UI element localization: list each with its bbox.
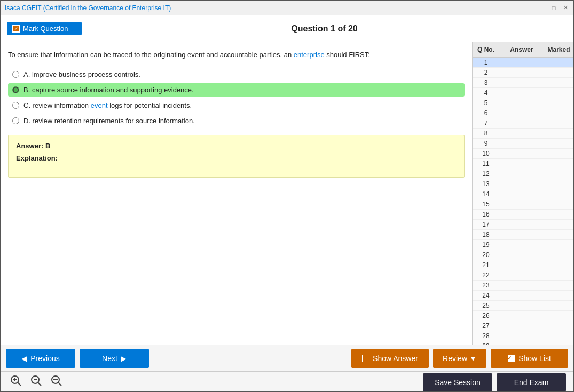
side-cell-qno-10: 10 (473, 149, 499, 158)
side-cell-marked-5 (544, 98, 573, 108)
side-cell-marked-21 (544, 260, 573, 270)
review-label: Review (443, 354, 467, 363)
side-row-8[interactable]: 8 (473, 129, 573, 139)
zoom-reset-button[interactable] (28, 374, 44, 390)
main-area: To ensure that information can be traced… (1, 42, 573, 345)
side-row-25[interactable]: 25 (473, 301, 573, 311)
option-d-row[interactable]: D. review retention requirements for sou… (8, 114, 465, 127)
side-cell-qno-20: 20 (473, 250, 499, 260)
option-d-radio[interactable] (12, 117, 19, 124)
side-row-9[interactable]: 9 (473, 139, 573, 149)
side-row-22[interactable]: 22 (473, 270, 573, 281)
side-cell-marked-18 (544, 230, 573, 239)
side-cell-marked-1 (544, 58, 573, 67)
side-row-2[interactable]: 2 (473, 68, 573, 78)
option-c-row[interactable]: C. review information event logs for pot… (8, 99, 465, 112)
option-c-radio[interactable] (12, 102, 19, 109)
side-cell-answer-9 (499, 139, 544, 148)
side-cell-marked-27 (544, 321, 573, 331)
side-cell-marked-7 (544, 118, 573, 128)
next-chevron-icon: ▶ (121, 354, 127, 363)
side-cell-qno-4: 4 (473, 88, 499, 98)
zoom-out-button[interactable] (49, 374, 65, 390)
question-text: To ensure that information can be traced… (8, 50, 465, 60)
side-row-12[interactable]: 12 (473, 169, 573, 179)
review-dropdown-icon: ▼ (469, 354, 477, 363)
side-cell-answer-15 (499, 199, 544, 209)
side-cell-answer-28 (499, 331, 544, 341)
side-cell-qno-7: 7 (473, 118, 499, 128)
side-cell-qno-13: 13 (473, 179, 499, 189)
side-cell-marked-23 (544, 281, 573, 290)
side-cell-answer-17 (499, 220, 544, 229)
show-answer-button[interactable]: Show Answer (351, 349, 429, 368)
side-row-17[interactable]: 17 (473, 220, 573, 230)
option-a-radio[interactable] (12, 71, 19, 78)
side-row-18[interactable]: 18 (473, 230, 573, 240)
side-cell-answer-3 (499, 78, 544, 87)
side-row-23[interactable]: 23 (473, 281, 573, 291)
side-row-7[interactable]: 7 (473, 118, 573, 129)
option-b-row[interactable]: B. capture source information and suppor… (8, 83, 465, 97)
side-cell-qno-16: 16 (473, 210, 499, 219)
side-cell-answer-29 (499, 341, 544, 345)
side-cell-qno-11: 11 (473, 159, 499, 169)
side-row-21[interactable]: 21 (473, 260, 573, 270)
show-list-label: Show List (518, 354, 551, 363)
side-row-11[interactable]: 11 (473, 159, 573, 169)
side-cell-qno-27: 27 (473, 321, 499, 331)
mark-question-button[interactable]: Mark Question (7, 22, 82, 35)
side-cell-qno-1: 1 (473, 58, 499, 67)
side-row-15[interactable]: 15 (473, 199, 573, 210)
question-panel: To ensure that information can be traced… (1, 42, 472, 345)
side-panel[interactable]: Q No. Answer Marked 1 2 3 4 5 6 7 8 9 (472, 42, 573, 345)
zoom-in-button[interactable] (8, 374, 24, 390)
side-cell-answer-6 (499, 108, 544, 118)
answer-label: Answer: B (16, 142, 457, 150)
side-cell-marked-8 (544, 129, 573, 138)
side-cell-answer-7 (499, 118, 544, 128)
side-cell-marked-26 (544, 311, 573, 321)
save-session-button[interactable]: Save Session (423, 373, 492, 391)
maximize-button[interactable]: □ (550, 4, 557, 12)
side-cell-marked-29 (544, 341, 573, 345)
side-row-3[interactable]: 3 (473, 78, 573, 88)
side-row-6[interactable]: 6 (473, 108, 573, 118)
option-a-text: A. improve business process controls. (23, 70, 140, 78)
side-cell-marked-9 (544, 139, 573, 148)
close-button[interactable]: ✕ (562, 4, 569, 12)
side-row-13[interactable]: 13 (473, 179, 573, 189)
side-row-14[interactable]: 14 (473, 189, 573, 199)
side-row-1[interactable]: 1 (473, 58, 573, 68)
end-exam-button[interactable]: End Exam (497, 373, 566, 391)
side-row-20[interactable]: 20 (473, 250, 573, 260)
side-cell-qno-22: 22 (473, 270, 499, 280)
col-marked-header: Marked (544, 44, 573, 55)
side-row-4[interactable]: 4 (473, 88, 573, 98)
side-cell-answer-18 (499, 230, 544, 239)
next-button[interactable]: Next ▶ (80, 349, 149, 368)
side-cell-marked-16 (544, 210, 573, 219)
side-row-29[interactable]: 29 (473, 341, 573, 345)
previous-label: Previous (30, 354, 59, 363)
side-row-27[interactable]: 27 (473, 321, 573, 331)
previous-button[interactable]: ◀ Previous (6, 349, 75, 368)
side-row-28[interactable]: 28 (473, 331, 573, 341)
side-row-16[interactable]: 16 (473, 210, 573, 220)
side-row-5[interactable]: 5 (473, 98, 573, 108)
title-text: Isaca CGEIT (Certified in the Governance… (5, 4, 171, 12)
side-row-26[interactable]: 26 (473, 311, 573, 321)
side-cell-answer-5 (499, 98, 544, 108)
zoom-in-icon (10, 375, 22, 387)
review-button[interactable]: Review ▼ (433, 349, 486, 368)
side-cell-answer-13 (499, 179, 544, 189)
side-row-24[interactable]: 24 (473, 291, 573, 301)
side-cell-answer-23 (499, 281, 544, 290)
window-controls: — □ ✕ (538, 4, 569, 12)
minimize-button[interactable]: — (538, 4, 546, 12)
option-a-row[interactable]: A. improve business process controls. (8, 68, 465, 81)
side-row-19[interactable]: 19 (473, 240, 573, 250)
side-row-10[interactable]: 10 (473, 149, 573, 159)
show-list-button[interactable]: ✓ Show List (491, 349, 568, 368)
option-b-radio[interactable] (12, 86, 19, 93)
